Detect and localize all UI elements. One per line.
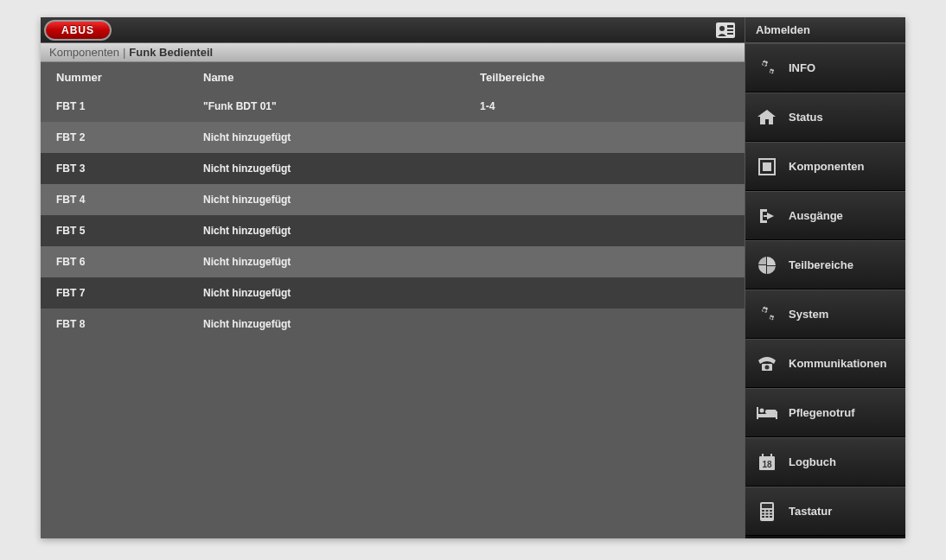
main-panel: ABUS Komponenten | Funk Bedienteil Numme <box>41 17 745 538</box>
breadcrumb-main: Komponenten <box>49 46 119 59</box>
nav-kommunikationen[interactable]: Kommunikationen <box>745 339 905 388</box>
home-icon <box>756 106 778 129</box>
col-header-teilbereiche: Teilbereiche <box>480 71 729 84</box>
nav-teilbereiche[interactable]: Teilbereiche <box>745 240 905 290</box>
cell-area <box>480 194 729 206</box>
cell-name: "Funk BDT 01" <box>203 100 480 112</box>
nav-label: Tastatur <box>789 505 832 518</box>
user-info-icon[interactable] <box>715 22 736 39</box>
cell-area <box>480 287 729 299</box>
gears-icon <box>756 57 778 80</box>
cell-name: Nicht hinzugefügt <box>203 162 480 175</box>
svg-rect-30 <box>762 516 764 518</box>
table-header: Nummer Name Teilbereiche <box>41 62 745 91</box>
breadcrumb-current: Funk Bedienteil <box>129 46 213 59</box>
nav-label: Ausgänge <box>789 209 843 222</box>
exit-arrow-icon <box>756 205 778 227</box>
phone-icon <box>756 353 778 375</box>
content-area: Nummer Name Teilbereiche FBT 1 "Funk BDT… <box>41 62 745 538</box>
cell-name: Nicht hinzugefügt <box>203 225 480 237</box>
svg-rect-25 <box>766 510 769 512</box>
bed-icon <box>756 402 778 424</box>
svg-point-12 <box>765 365 770 369</box>
svg-rect-32 <box>770 516 772 518</box>
svg-point-16 <box>760 408 764 412</box>
svg-point-10 <box>770 316 773 319</box>
cell-num: FBT 5 <box>56 225 203 237</box>
svg-rect-2 <box>727 25 733 28</box>
nav-status[interactable]: Status <box>745 92 905 142</box>
cell-num: FBT 6 <box>56 256 203 268</box>
svg-rect-19 <box>762 454 764 458</box>
svg-rect-20 <box>770 454 772 458</box>
cell-area <box>480 162 729 175</box>
nav-label: Teilbereiche <box>789 258 853 271</box>
cell-area <box>480 256 729 268</box>
cell-num: FBT 2 <box>56 131 203 143</box>
svg-rect-31 <box>766 516 769 518</box>
nav-label: Logbuch <box>789 455 836 468</box>
keypad-icon <box>756 500 778 523</box>
table-row[interactable]: FBT 5 Nicht hinzugefügt <box>41 215 745 246</box>
svg-rect-24 <box>762 510 764 512</box>
nav-label: Status <box>789 111 823 124</box>
breadcrumb: Komponenten | Funk Bedienteil <box>41 43 745 62</box>
cell-area: 1-4 <box>480 100 729 112</box>
square-icon <box>756 156 778 178</box>
svg-point-5 <box>763 62 766 66</box>
nav-label: System <box>789 308 828 321</box>
nav-label: INFO <box>789 61 815 74</box>
svg-rect-17 <box>765 410 777 414</box>
svg-rect-28 <box>766 512 769 514</box>
cell-name: Nicht hinzugefügt <box>203 194 480 206</box>
svg-rect-15 <box>757 414 777 417</box>
cell-area <box>480 225 729 237</box>
nav-ausgaenge[interactable]: Ausgänge <box>745 191 905 240</box>
cell-name: Nicht hinzugefügt <box>203 318 480 330</box>
sidebar: Abmelden INFO Status <box>745 17 905 538</box>
logout-link[interactable]: Abmelden <box>745 17 905 43</box>
nav-logbuch[interactable]: 18 Logbuch <box>745 437 905 487</box>
col-header-name: Name <box>203 71 480 84</box>
table-row[interactable]: FBT 6 Nicht hinzugefügt <box>41 246 745 277</box>
table-row[interactable]: FBT 1 "Funk BDT 01" 1-4 <box>41 91 745 122</box>
nav-komponenten[interactable]: Komponenten <box>745 142 905 191</box>
col-header-nummer: Nummer <box>56 71 203 84</box>
nav-pflegenotruf[interactable]: Pflegenotruf <box>745 388 905 437</box>
nav-info[interactable]: INFO <box>745 43 905 92</box>
svg-point-6 <box>770 70 773 73</box>
svg-rect-23 <box>762 504 772 508</box>
gears-icon <box>756 303 778 326</box>
table-body: FBT 1 "Funk BDT 01" 1-4 FBT 2 Nicht hinz… <box>41 91 745 340</box>
nav-label: Komponenten <box>789 160 864 173</box>
svg-rect-27 <box>762 512 764 514</box>
table-row[interactable]: FBT 8 Nicht hinzugefügt <box>41 309 745 340</box>
cell-num: FBT 4 <box>56 194 203 206</box>
cell-name: Nicht hinzugefügt <box>203 256 480 268</box>
pie-icon <box>756 254 778 277</box>
svg-rect-29 <box>770 512 772 514</box>
svg-rect-26 <box>770 510 772 512</box>
nav-tastatur[interactable]: Tastatur <box>745 487 905 536</box>
svg-rect-4 <box>727 33 733 35</box>
breadcrumb-sep: | <box>123 46 125 59</box>
brand-logo: ABUS <box>44 20 112 41</box>
cell-num: FBT 3 <box>56 162 203 175</box>
cell-name: Nicht hinzugefügt <box>203 131 480 143</box>
nav-label: Pflegenotruf <box>789 406 855 419</box>
svg-rect-3 <box>727 29 733 31</box>
cell-name: Nicht hinzugefügt <box>203 287 480 299</box>
table-row[interactable]: FBT 4 Nicht hinzugefügt <box>41 184 745 215</box>
nav-system[interactable]: System <box>745 290 905 339</box>
cell-num: FBT 7 <box>56 287 203 299</box>
calendar-icon: 18 <box>756 451 778 474</box>
table-row[interactable]: FBT 7 Nicht hinzugefügt <box>41 277 745 309</box>
cell-area <box>480 318 729 330</box>
cell-num: FBT 8 <box>56 318 203 330</box>
svg-point-1 <box>719 26 725 31</box>
nav-label: Kommunikationen <box>789 357 886 370</box>
table-row[interactable]: FBT 3 Nicht hinzugefügt <box>41 153 745 184</box>
cell-area <box>480 131 729 143</box>
table-row[interactable]: FBT 2 Nicht hinzugefügt <box>41 122 745 153</box>
svg-point-9 <box>763 309 766 312</box>
